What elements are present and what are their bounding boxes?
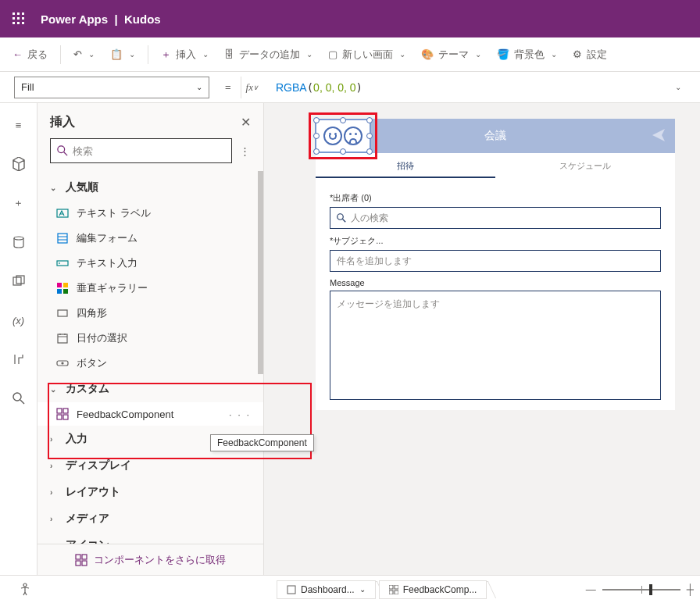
- section-layout[interactable]: ›レイアウト: [38, 479, 263, 505]
- feedback-component-instance[interactable]: [315, 119, 371, 153]
- rail-search-icon[interactable]: [6, 386, 31, 411]
- insert-panel: 挿入 ✕ ⋮ ⌄人気順 テキスト ラベル 編集フォーム テキスト入力: [38, 103, 264, 575]
- svg-rect-35: [288, 586, 295, 594]
- palette-icon: 🎨: [421, 48, 434, 60]
- tab-invite[interactable]: 招待: [316, 153, 495, 178]
- back-button[interactable]: ← 戻る: [6, 43, 54, 66]
- svg-rect-38: [389, 591, 393, 594]
- tab-feedback-comp[interactable]: FeedbackComp...: [379, 580, 488, 599]
- gear-icon: ⚙: [573, 48, 582, 60]
- close-icon[interactable]: ✕: [241, 115, 251, 130]
- get-more-components[interactable]: コンポーネントをさらに取得: [38, 544, 263, 575]
- svg-rect-20: [63, 289, 68, 294]
- bgcolor-button[interactable]: 🪣背景色⌄: [491, 43, 563, 66]
- rail-media-icon[interactable]: [6, 269, 31, 294]
- form-icon: [56, 232, 69, 244]
- theme-button[interactable]: 🎨テーマ⌄: [415, 43, 488, 66]
- add-data-button[interactable]: 🗄データの追加⌄: [218, 43, 319, 66]
- send-icon[interactable]: [652, 128, 666, 145]
- chevron-right-icon: ›: [50, 515, 59, 523]
- search-box[interactable]: [50, 138, 232, 163]
- rail-variable-icon[interactable]: (x): [6, 308, 31, 333]
- zoom-slider[interactable]: — ┼: [586, 583, 694, 595]
- tooltip: FeedbackComponent: [210, 434, 314, 451]
- zoom-in-icon[interactable]: ┼: [687, 583, 694, 595]
- item-date-picker[interactable]: 日付の選択: [38, 326, 263, 351]
- subject-input[interactable]: [337, 255, 654, 266]
- rail-insert-icon[interactable]: [6, 152, 31, 177]
- device-preview: 会議 招待 スケジュール *出席者 (0) *サブジェク... Me: [316, 119, 675, 410]
- chevron-right-icon: ›: [50, 435, 59, 444]
- tab-dashboard[interactable]: Dashboard... ⌄: [277, 580, 376, 599]
- slider-track[interactable]: [602, 589, 680, 591]
- item-feedback-component[interactable]: FeedbackComponent · · ·: [38, 402, 263, 426]
- section-media[interactable]: ›メディア: [38, 505, 263, 532]
- panel-title: 挿入: [50, 114, 75, 130]
- svg-rect-7: [17, 22, 20, 24]
- svg-rect-36: [389, 585, 393, 589]
- waffle-icon[interactable]: [6, 6, 31, 31]
- item-edit-form[interactable]: 編集フォーム: [38, 226, 263, 251]
- undo-button[interactable]: ↶⌄: [67, 44, 101, 65]
- chevron-down-icon: ⌄: [359, 585, 366, 594]
- insert-button[interactable]: ＋挿入⌄: [155, 43, 215, 66]
- attendees-input[interactable]: [351, 212, 654, 223]
- message-textarea[interactable]: [330, 291, 661, 400]
- undo-icon: ↶: [73, 48, 82, 60]
- subject-field[interactable]: [330, 250, 661, 272]
- item-text-input[interactable]: テキスト入力: [38, 251, 263, 276]
- property-selector[interactable]: Fill ⌄: [14, 77, 209, 98]
- section-popular[interactable]: ⌄人気順: [38, 174, 263, 201]
- item-text-label[interactable]: テキスト ラベル: [38, 201, 263, 226]
- more-icon[interactable]: · · ·: [229, 409, 251, 420]
- button-icon: [56, 357, 69, 369]
- rail-data-icon[interactable]: [6, 230, 31, 255]
- separator: [60, 45, 61, 64]
- rail-add-icon[interactable]: ＋: [6, 191, 31, 216]
- fx-icon[interactable]: fx∨: [241, 77, 263, 98]
- svg-rect-4: [17, 17, 20, 20]
- search-icon: [57, 145, 68, 156]
- svg-rect-25: [57, 409, 62, 413]
- component-icon: [389, 585, 398, 594]
- svg-point-33: [338, 214, 344, 220]
- new-screen-button[interactable]: ▢新しい画面⌄: [322, 43, 412, 66]
- formula-bar: Fill ⌄ = fx∨ RGBA(0, 0, 0, 0) ⌄: [0, 72, 700, 103]
- accessibility-icon[interactable]: [12, 577, 38, 602]
- tab-schedule[interactable]: スケジュール: [495, 153, 675, 178]
- section-custom[interactable]: ⌄カスタム: [38, 376, 263, 402]
- component-icon: [56, 408, 69, 420]
- canvas[interactable]: 会議 招待 スケジュール *出席者 (0) *サブジェク... Me: [264, 103, 700, 575]
- item-rectangle[interactable]: 四角形: [38, 301, 263, 326]
- component-icon: [75, 554, 88, 566]
- chevron-right-icon: ›: [50, 541, 59, 544]
- search-input[interactable]: [73, 145, 225, 157]
- paste-button[interactable]: 📋⌄: [104, 44, 141, 65]
- svg-rect-18: [63, 283, 68, 287]
- more-icon[interactable]: ⋮: [240, 145, 251, 157]
- screen-icon: ▢: [328, 48, 338, 60]
- search-icon: [337, 213, 346, 223]
- item-gallery[interactable]: 垂直ギャラリー: [38, 276, 263, 301]
- section-icon[interactable]: ›アイコン: [38, 532, 263, 544]
- settings-button[interactable]: ⚙設定: [566, 43, 613, 66]
- back-arrow-icon: ←: [12, 48, 23, 60]
- slider-thumb[interactable]: [649, 584, 652, 595]
- svg-point-34: [23, 583, 27, 587]
- command-bar: ← 戻る ↶⌄ 📋⌄ ＋挿入⌄ 🗄データの追加⌄ ▢新しい画面⌄ 🎨テーマ⌄ 🪣…: [0, 37, 700, 72]
- svg-rect-6: [12, 22, 15, 24]
- zoom-out-icon[interactable]: —: [586, 583, 596, 595]
- svg-rect-17: [57, 283, 62, 287]
- svg-point-12: [13, 393, 21, 401]
- expand-formula-icon[interactable]: ⌄: [670, 83, 686, 91]
- attendees-label: *出席者 (0): [330, 192, 661, 204]
- svg-rect-32: [82, 561, 87, 566]
- attendees-search[interactable]: [330, 207, 661, 229]
- item-button[interactable]: ボタン: [38, 351, 263, 376]
- rail-advanced-icon[interactable]: [6, 347, 31, 372]
- section-display[interactable]: ›ディスプレイ: [38, 452, 263, 479]
- svg-rect-31: [76, 561, 80, 566]
- plus-icon: ＋: [161, 48, 171, 62]
- formula-input[interactable]: RGBA(0, 0, 0, 0): [270, 81, 664, 94]
- rail-tree-icon[interactable]: ≡: [6, 112, 31, 137]
